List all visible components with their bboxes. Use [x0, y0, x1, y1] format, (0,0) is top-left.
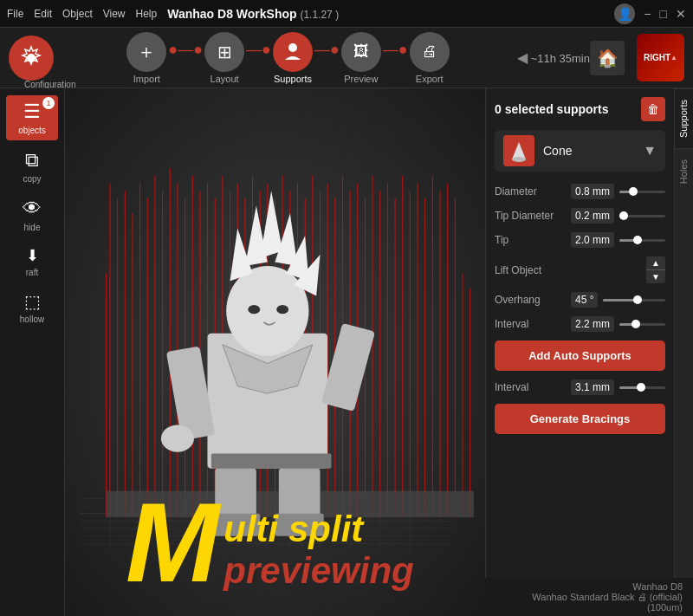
tip-diameter-thumb[interactable]	[619, 211, 628, 220]
add-auto-supports-button[interactable]: Add Auto Supports	[495, 340, 665, 371]
menu-object[interactable]: Object	[62, 8, 93, 20]
pipe-arrow-3: —●	[314, 41, 340, 59]
tip-diameter-slider[interactable]	[619, 215, 665, 217]
tip-thumb[interactable]	[633, 236, 642, 244]
orientation-cube[interactable]: RIGHT ▲	[637, 34, 684, 81]
tip-slider[interactable]	[619, 239, 665, 242]
tip-slider-container[interactable]: 2.0 mm	[571, 232, 665, 248]
interval2-slider-container[interactable]: 3.1 mm	[571, 379, 665, 395]
generate-bracings-button[interactable]: Generate Bracings	[495, 404, 665, 434]
interval2-thumb[interactable]	[637, 383, 645, 392]
pipeline-step-preview[interactable]: 🖼 Preview	[341, 32, 381, 84]
app-title: Wanhao D8 WorkShop (1.1.27 )	[167, 7, 339, 21]
maximize-button[interactable]: □	[660, 7, 667, 21]
panel-content: 0 selected supports 🗑 Cone ▼ Diameter	[486, 88, 674, 616]
svg-marker-75	[260, 191, 282, 258]
tip-row: Tip 2.0 mm	[495, 232, 665, 248]
menu-file[interactable]: File	[7, 8, 23, 20]
right-panel: 0 selected supports 🗑 Cone ▼ Diameter	[485, 88, 693, 616]
interval1-slider[interactable]	[619, 323, 665, 326]
svg-rect-80	[321, 323, 375, 412]
pipeline-step-import[interactable]: ＋ Import	[126, 32, 166, 84]
support-type-selector[interactable]: Cone ▼	[495, 130, 665, 172]
diameter-thumb[interactable]	[629, 187, 638, 196]
interval1-value: 2.2 mm	[571, 316, 614, 332]
sidebar-item-raft[interactable]: ⬇ raft	[6, 241, 58, 282]
overhang-slider-container[interactable]: 45 °	[571, 292, 665, 308]
tip-label: Tip	[495, 234, 564, 246]
vtab-supports[interactable]: Supports	[675, 88, 693, 148]
raft-icon: ⬇	[26, 246, 39, 265]
menu-edit[interactable]: Edit	[34, 8, 52, 20]
raft-label: raft	[26, 268, 38, 277]
interval2-slider[interactable]	[619, 386, 665, 389]
sidebar-item-hollow[interactable]: ⬚ hollow	[6, 286, 58, 329]
promo-line1: ulti split	[223, 509, 413, 550]
menu-bar: File Edit Object View Help Wanhao D8 Wor…	[7, 7, 339, 21]
viewport: M ulti split previewing	[65, 88, 485, 616]
minimize-button[interactable]: −	[644, 7, 651, 21]
interval1-row: Interval 2.2 mm	[495, 316, 665, 332]
sidebar-item-hide[interactable]: 👁 hide	[6, 192, 58, 237]
svg-point-0	[27, 54, 36, 62]
home-button[interactable]: 🏠	[590, 41, 625, 75]
hollow-label: hollow	[20, 314, 44, 324]
overhang-value: 45 °	[571, 292, 598, 308]
selected-supports-header: 0 selected supports 🗑	[495, 97, 665, 121]
svg-point-81	[161, 425, 194, 452]
overhang-thumb[interactable]	[633, 295, 642, 304]
hide-label: hide	[24, 223, 41, 232]
status-line1: Wanhao D8	[495, 581, 683, 592]
diameter-row: Diameter 0.8 mm	[495, 184, 665, 199]
interval2-row: Interval 3.1 mm	[495, 379, 665, 395]
vtab-holes[interactable]: Holes	[675, 148, 693, 194]
lift-up-button[interactable]: ▲	[646, 256, 665, 270]
objects-icon: ☰	[23, 101, 41, 123]
svg-point-89	[276, 305, 288, 314]
interval1-label: Interval	[495, 318, 564, 330]
overhang-slider[interactable]	[603, 299, 665, 302]
objects-label: objects	[18, 126, 46, 135]
pipe-arrow-4: —●	[383, 41, 408, 59]
diameter-slider[interactable]	[619, 191, 665, 193]
interval1-slider-container[interactable]: 2.2 mm	[571, 316, 665, 332]
interval2-label: Interval	[495, 381, 564, 393]
pipeline-step-supports[interactable]: Supports	[273, 32, 313, 84]
interval2-value: 3.1 mm	[571, 379, 614, 395]
lift-object-row: Lift Object ▲ ▼	[495, 256, 665, 283]
type-dropdown-arrow: ▼	[643, 143, 657, 159]
pipe-arrow-2: —●	[246, 41, 271, 59]
menu-view[interactable]: View	[103, 8, 126, 20]
pipe-arrow-1: ●—●	[168, 41, 203, 59]
svg-point-72	[226, 266, 308, 356]
diameter-slider-container[interactable]: 0.8 mm	[571, 184, 665, 199]
pipeline-step-layout[interactable]: ⊞ Layout	[204, 32, 244, 84]
user-icon[interactable]: 👤	[614, 3, 635, 24]
sidebar-item-copy[interactable]: ⧉ copy	[6, 144, 58, 189]
promo-line2: previewing	[223, 550, 413, 592]
lift-object-spinner[interactable]: ▲ ▼	[646, 256, 665, 283]
status-bar: Wanhao D8 Wanhao Standard Black 🖨 (offic…	[485, 578, 693, 616]
sidebar-item-objects[interactable]: 1 ☰ objects	[6, 95, 58, 140]
svg-point-88	[248, 305, 260, 314]
type-name-label: Cone	[543, 144, 634, 158]
tip-diameter-slider-container[interactable]: 0.2 mm	[571, 208, 665, 224]
close-button[interactable]: ✕	[676, 7, 686, 21]
vertical-tabs: Supports Holes	[674, 88, 693, 616]
delete-supports-button[interactable]: 🗑	[641, 97, 665, 121]
overhang-label: Overhang	[495, 294, 564, 306]
tip-diameter-label: Tip Diameter	[495, 210, 564, 222]
left-sidebar: 1 ☰ objects ⧉ copy 👁 hide ⬇ raft ⬚ hollo…	[0, 88, 65, 616]
pipeline-step-export[interactable]: 🖨 Export	[410, 32, 450, 84]
lift-down-button[interactable]: ▼	[646, 270, 665, 283]
promo-text: M ulti split previewing	[126, 486, 414, 599]
main-area: 1 ☰ objects ⧉ copy 👁 hide ⬇ raft ⬚ hollo…	[0, 88, 693, 616]
timer-display: ◀ ~11h 35min	[517, 49, 590, 66]
objects-badge: 1	[42, 97, 55, 109]
hide-icon: 👁	[23, 198, 42, 220]
menu-help[interactable]: Help	[136, 8, 158, 20]
configuration-button[interactable]	[9, 36, 54, 81]
toolbar: Configuration ＋ Import ●—● ⊞ Layout —● S…	[0, 28, 693, 88]
copy-icon: ⧉	[25, 149, 39, 172]
interval1-thumb[interactable]	[631, 320, 640, 328]
